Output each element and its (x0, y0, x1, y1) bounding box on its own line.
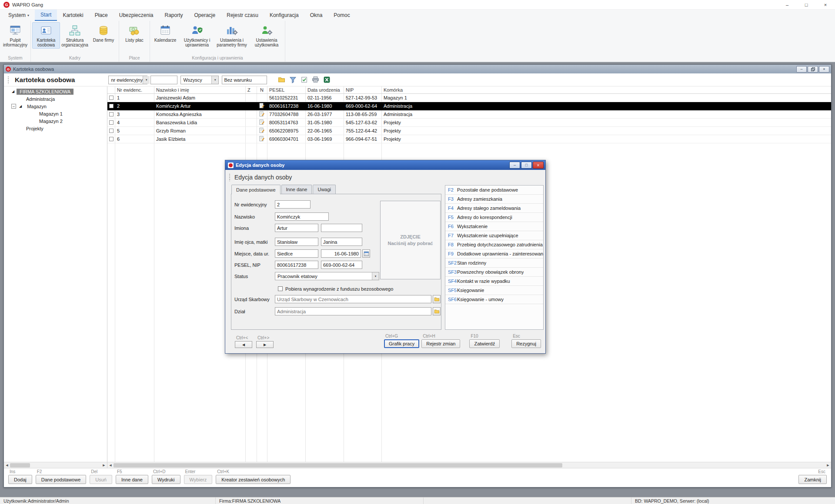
kalendarze-button[interactable]: Kalendarze (151, 22, 179, 44)
tree-node[interactable]: Administracja (4, 95, 107, 103)
maximize-button[interactable]: □ (797, 0, 816, 9)
dialog-titlebar[interactable]: Edycja danych osoby – □ × (225, 160, 545, 170)
menu-item[interactable]: Ubezpieczenia (114, 10, 159, 21)
minimize-button[interactable]: – (778, 0, 797, 9)
menu-item[interactable]: Operacje (189, 10, 221, 21)
scroll-left-icon[interactable]: ◀ (4, 462, 10, 468)
folder-browse-icon[interactable] (433, 307, 441, 315)
col-header-name[interactable]: Nazwisko i imię (154, 87, 245, 93)
dzial-input[interactable] (275, 307, 431, 315)
menu-item[interactable]: Pomoc (328, 10, 355, 21)
fkey-item[interactable]: F6 Wykształcenie (445, 222, 543, 231)
col-header-nip[interactable]: NIP (344, 87, 381, 93)
zamknij-button[interactable]: Zamknij (798, 475, 827, 484)
urzad-skarbowy-input[interactable] (275, 295, 431, 303)
nazwisko-input[interactable] (275, 212, 329, 221)
collapse-icon[interactable]: – (11, 104, 16, 109)
child-minimize-button[interactable]: – (796, 66, 807, 73)
fkey-item[interactable]: F9 Dodatkowe uprawnienia - zainteresowan… (445, 249, 543, 259)
imie2-input[interactable] (321, 224, 362, 232)
row-checkbox[interactable] (109, 129, 114, 133)
command-button[interactable]: Kreator zestawień osobowych (216, 475, 291, 484)
next-record-button[interactable]: ▶ (256, 341, 274, 348)
fundusz-checkbox[interactable] (278, 286, 283, 291)
condition-input[interactable] (222, 76, 267, 84)
listy-plac-button[interactable]: Listy płac (120, 22, 148, 44)
grid-hscrollbar[interactable]: ◀ ▶ (107, 462, 831, 468)
col-header-n[interactable]: N (257, 87, 267, 93)
scrollbar-thumb[interactable] (114, 463, 562, 468)
folder-browse-icon[interactable] (433, 295, 441, 303)
dane-firmy-button[interactable]: Dane firmy (90, 22, 117, 44)
row-checkbox[interactable] (109, 137, 114, 141)
calendar-picker-button[interactable] (362, 249, 370, 258)
child-restore-button[interactable] (808, 66, 818, 73)
ustawienia-uzytkownika-button[interactable]: Ustawienia użytkownika (250, 22, 284, 49)
row-checkbox[interactable] (109, 112, 114, 116)
person-row[interactable]: 4 Banaszewska Lidia 80053114763 31-05-19… (107, 119, 831, 127)
print-icon[interactable] (311, 75, 320, 84)
fkey-item[interactable]: F7 Wykształcenie uzupełniające (445, 231, 543, 240)
folder-icon[interactable] (277, 75, 286, 84)
menu-item[interactable]: Start (35, 10, 57, 21)
nr-ewidencyjny-input[interactable] (275, 200, 311, 209)
menu-item[interactable]: Płace (89, 10, 114, 21)
close-button[interactable]: × (816, 0, 835, 9)
col-header-nr[interactable]: Nr ewidenc. (115, 87, 154, 93)
fkey-item[interactable]: F2 Pozostałe dane podstawowe (445, 186, 543, 195)
dialog-action-button[interactable]: Grafik pracy (384, 339, 419, 348)
row-checkbox[interactable] (109, 104, 114, 108)
child-titlebar[interactable]: G Kartoteka osobowa – × (4, 65, 831, 73)
search-input[interactable] (150, 76, 177, 84)
tree-node[interactable]: ◢ FIRMA SZKOLENIOWA (4, 88, 107, 95)
ustawienia-parametry-firmy-button[interactable]: Ustawienia i parametry firmy (215, 22, 249, 49)
imie1-input[interactable] (275, 224, 318, 232)
photo-placeholder[interactable]: ZDJĘCIE Naciśnij aby pobrać (380, 201, 441, 279)
scope-combo[interactable]: Wszyscy ▾ (180, 76, 219, 84)
fkey-item[interactable]: F3 Adresy zamieszkania (445, 195, 543, 204)
filter-icon[interactable] (288, 75, 297, 84)
command-button[interactable]: Dodaj (8, 475, 32, 484)
menu-item[interactable]: Rejestr czasu (221, 10, 264, 21)
imie-matki-input[interactable] (321, 238, 362, 246)
tree-node[interactable]: Magazyn 1 (4, 110, 107, 117)
scroll-right-icon[interactable]: ▶ (101, 462, 107, 468)
child-close-button[interactable]: × (819, 66, 829, 73)
excel-export-icon[interactable] (322, 75, 331, 84)
miejsce-urodzenia-input[interactable] (275, 249, 318, 258)
uzytkownicy-uprawnienia-button[interactable]: Użytkownicy i uprawnienia (180, 22, 214, 49)
row-checkbox[interactable] (109, 96, 114, 100)
dialog-minimize-button[interactable]: – (509, 162, 520, 169)
col-header-unit[interactable]: Komórka (381, 87, 831, 93)
tree-hscrollbar[interactable]: ◀ ▶ (4, 462, 107, 468)
dialog-action-button[interactable]: Zatwierdź (469, 339, 500, 348)
select-columns-icon[interactable] (300, 75, 309, 84)
command-button[interactable]: Wybierz (184, 475, 213, 484)
command-button[interactable]: Dane podstawowe (36, 475, 87, 484)
tree-node[interactable]: Magazyn 2 (4, 117, 107, 125)
dialog-close-button[interactable]: × (533, 162, 544, 169)
tree-node[interactable]: Projekty (4, 125, 107, 132)
fkey-item[interactable]: F5 Adresy do korespondencji (445, 213, 543, 222)
struktura-organizacyjna-button[interactable]: Struktura organizacyjna (61, 22, 89, 49)
person-row[interactable]: 6 Jasik Elżbieta 69060304701 03-06-1969 … (107, 135, 831, 143)
col-header-birth[interactable]: Data urodzenia (305, 87, 344, 93)
pesel-input[interactable] (275, 261, 318, 269)
fkey-item[interactable]: F4 Adresy stałego zameldowania (445, 204, 543, 213)
fkey-item[interactable]: SF3 Powszechny obowiązek obrony (445, 268, 543, 277)
scroll-right-icon[interactable]: ▶ (825, 462, 831, 468)
fkey-item[interactable]: SF4 Kontakt w razie wypadku (445, 277, 543, 286)
fkey-item[interactable]: SF5 Księgowanie (445, 286, 543, 295)
tree-node[interactable]: – ◢ Magazyn (4, 103, 107, 110)
dialog-action-button[interactable]: Rejestr zmian (421, 339, 460, 348)
fkey-item[interactable]: SF6 Księgowanie - umowy (445, 295, 543, 304)
person-row[interactable]: 3 Komoszka Agnieszka 77032604788 26-03-1… (107, 110, 831, 119)
menu-item[interactable]: Raporty (159, 10, 188, 21)
person-row[interactable]: 2 Komińczyk Artur 80061617238 16-06-1980… (107, 102, 831, 110)
scroll-left-icon[interactable]: ◀ (107, 462, 114, 468)
command-button[interactable]: Wydruki (152, 475, 180, 484)
dialog-maximize-button[interactable]: □ (521, 162, 532, 169)
col-header-pesel[interactable]: PESEL (267, 87, 305, 93)
fkey-item[interactable]: F8 Przebieg dotychczasowego zatrudnienia (445, 240, 543, 249)
person-row[interactable]: 1 Janiszewski Adam 56110252231 02-11-195… (107, 94, 831, 102)
